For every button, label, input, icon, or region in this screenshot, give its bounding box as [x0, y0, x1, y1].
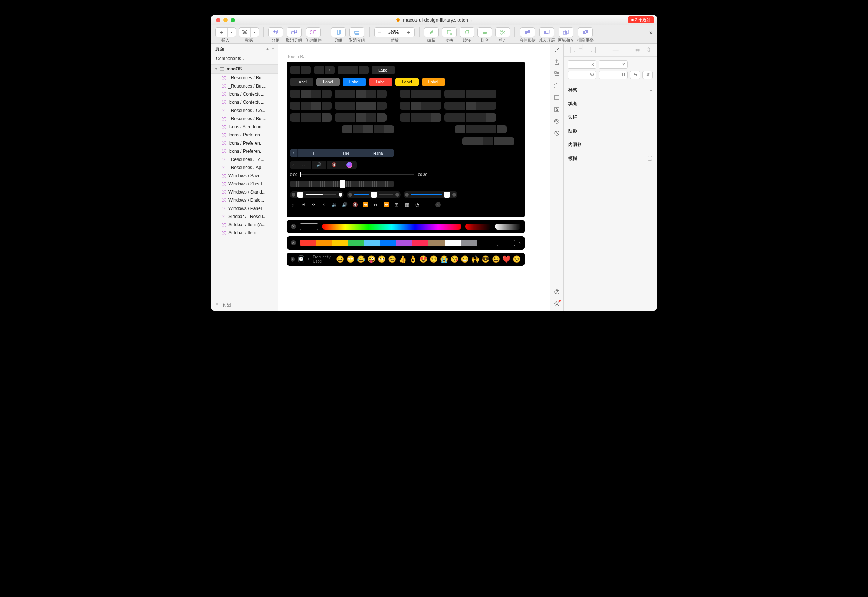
scissors-button[interactable]	[495, 27, 510, 37]
layer-row[interactable]: Sidebar / Item (A...	[211, 221, 278, 229]
help-icon[interactable]	[553, 288, 560, 295]
chevron-down-icon[interactable]: ⌵	[470, 18, 473, 22]
border-section[interactable]: 边框	[564, 110, 657, 124]
align-left-icon[interactable]: |⎵	[568, 47, 577, 53]
toolbar-overflow-icon[interactable]: »	[649, 28, 653, 36]
bool-union-button[interactable]	[520, 27, 535, 37]
layer-row[interactable]: Windows / Panel	[211, 204, 278, 212]
data-button[interactable]: ▾	[239, 27, 259, 37]
symbols-icon[interactable]	[553, 70, 560, 77]
components-page[interactable]: Components⌵	[211, 55, 278, 64]
saturation-gradient[interactable]	[465, 224, 491, 230]
close-circle-icon[interactable]: ✕	[291, 224, 296, 229]
emoji[interactable]: 😒	[513, 255, 521, 263]
layer-row[interactable]: Sidebar / Item	[211, 229, 278, 237]
layer-row[interactable]: Icons / Contextu...	[211, 90, 278, 98]
emoji[interactable]: 😭	[440, 255, 448, 263]
swatch[interactable]	[396, 240, 412, 246]
align-bottom-icon[interactable]: _	[623, 47, 631, 53]
layer-row[interactable]: _Resources / But...	[211, 114, 278, 123]
w-field[interactable]: W	[568, 71, 596, 79]
settings-icon[interactable]	[553, 300, 560, 307]
swatch[interactable]	[477, 240, 493, 246]
swatch[interactable]	[380, 240, 396, 246]
emoji[interactable]: 🙌	[471, 255, 479, 263]
emoji[interactable]: 😏	[430, 255, 438, 263]
insert-button[interactable]: ＋▾	[215, 27, 236, 37]
notification-badge[interactable]: 2 个通知	[629, 16, 654, 23]
style-section[interactable]: 样式⌵	[564, 83, 657, 97]
artboard-row[interactable]: ▼ macOS	[211, 64, 278, 74]
y-field[interactable]: Y	[599, 61, 628, 68]
emoji[interactable]: 👍	[398, 255, 407, 263]
star-icon[interactable]	[553, 106, 560, 113]
layer-row[interactable]: _Resources / But...	[211, 74, 278, 82]
layer-row[interactable]: _Resources / To...	[211, 155, 278, 163]
swatch-well[interactable]	[497, 239, 515, 246]
swatch[interactable]	[428, 240, 444, 246]
swatch[interactable]	[412, 240, 428, 246]
emoji[interactable]: 😀	[336, 255, 344, 263]
distribute-group-button[interactable]	[331, 27, 346, 37]
swatch[interactable]	[300, 240, 316, 246]
slice-icon[interactable]	[553, 82, 560, 89]
export-icon[interactable]	[553, 59, 560, 65]
pie-icon[interactable]	[553, 130, 560, 137]
emoji[interactable]: 😂	[357, 255, 365, 263]
inner-shadow-section[interactable]: 内阴影	[564, 138, 657, 151]
ruler-icon[interactable]	[553, 47, 560, 53]
edit-button[interactable]	[424, 27, 439, 37]
hue-gradient[interactable]	[322, 224, 461, 230]
layer-row[interactable]: _Resources / Co...	[211, 107, 278, 114]
zoom-in-icon[interactable]: ＋	[402, 28, 414, 37]
emoji[interactable]: 👌	[409, 255, 417, 263]
align-top-icon[interactable]: ‾	[600, 47, 609, 53]
maximize-icon[interactable]	[231, 18, 235, 22]
emoji[interactable]: 😳	[378, 255, 386, 263]
chevron-right-icon[interactable]: ›	[519, 239, 521, 246]
group-button[interactable]	[268, 27, 283, 37]
x-field[interactable]: X	[568, 61, 596, 68]
emoji[interactable]: 😍	[419, 255, 427, 263]
swatch[interactable]	[445, 240, 461, 246]
swatch[interactable]	[332, 240, 348, 246]
collapse-pages-icon[interactable]: ⌵	[272, 46, 274, 52]
layer-row[interactable]: Icons / Alert Icon	[211, 123, 278, 131]
layer-row[interactable]: Icons / Preferen...	[211, 139, 278, 147]
add-page-icon[interactable]: ＋	[265, 46, 270, 52]
emoji[interactable]: 😊	[388, 255, 396, 263]
ungroup-button[interactable]	[287, 27, 302, 37]
layer-row[interactable]: Sidebar / _Resou...	[211, 212, 278, 221]
emoji[interactable]: 😜	[367, 255, 375, 263]
minimize-icon[interactable]	[223, 18, 228, 22]
zoom-control[interactable]: −56%＋	[374, 27, 415, 37]
swatch[interactable]	[348, 240, 364, 246]
layer-row[interactable]: Windows / Stand...	[211, 188, 278, 196]
emoji[interactable]: 😘	[450, 255, 458, 263]
zoom-out-icon[interactable]: −	[375, 28, 384, 37]
align-right-icon[interactable]: ⎵|	[589, 47, 598, 53]
distribute-h-icon[interactable]: ⇔	[633, 47, 642, 53]
bool-subtract-button[interactable]	[540, 27, 554, 37]
bool-intersect-button[interactable]	[559, 27, 574, 37]
fill-section[interactable]: 填充	[564, 97, 657, 110]
disclosure-icon[interactable]: ▼	[214, 67, 218, 71]
h-field[interactable]: H	[599, 71, 628, 79]
distribute-v-icon[interactable]: ⇕	[644, 47, 653, 53]
swatch[interactable]	[461, 240, 477, 246]
flip-v-icon[interactable]: ⇵	[642, 71, 653, 79]
emoji[interactable]: 😃	[492, 255, 500, 263]
gray-gradient[interactable]	[495, 224, 521, 230]
recents-icon[interactable]: 🕑	[298, 255, 304, 263]
filter-row[interactable]: 过滤	[211, 300, 278, 311]
close-icon[interactable]	[216, 18, 220, 22]
layer-row[interactable]: Icons / Preferen...	[211, 147, 278, 155]
close-circle-icon[interactable]: ✕	[291, 240, 296, 245]
layer-row[interactable]: Windows / Dialo...	[211, 196, 278, 204]
emoji[interactable]: 😬	[461, 255, 469, 263]
flatten-button[interactable]	[477, 27, 492, 37]
layer-row[interactable]: Icons / Preferen...	[211, 131, 278, 139]
swatch-palette[interactable]	[300, 240, 493, 246]
swatch[interactable]	[364, 240, 380, 246]
align-center-v-icon[interactable]: ―	[611, 47, 620, 53]
